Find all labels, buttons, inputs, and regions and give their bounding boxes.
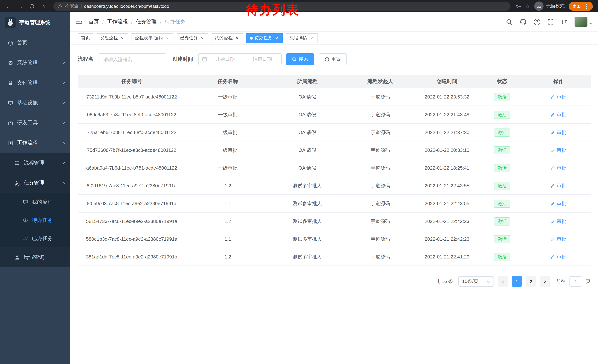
- tab[interactable]: 流程详情 ×: [286, 33, 317, 43]
- breadcrumb-item[interactable]: 工作流程: [107, 18, 128, 25]
- tab[interactable]: 发起流程 ×: [97, 33, 128, 43]
- cell-task-id: 580e1b3d-7ac8-11ec-a9e2-a2380e71991a: [78, 230, 185, 248]
- approve-link[interactable]: 审批: [551, 129, 566, 136]
- breadcrumb-separator: /: [102, 19, 104, 25]
- cell-process: 测试多审批人: [270, 212, 344, 230]
- date-range-picker[interactable]: 开始日期 - 结束日期: [198, 53, 282, 65]
- avatar[interactable]: [574, 17, 588, 27]
- process-name-input[interactable]: [99, 53, 166, 65]
- edit-pen-icon: [551, 130, 555, 135]
- browser-menu-icon[interactable]: ⋮: [584, 3, 589, 9]
- calendar-icon: [202, 57, 207, 62]
- cell-process: OA 请假: [270, 141, 344, 159]
- sidebar-item-system[interactable]: ⚙ 系统管理: [0, 53, 70, 73]
- approve-link[interactable]: 审批: [551, 147, 566, 154]
- prev-page-button[interactable]: <: [498, 276, 508, 287]
- sidebar: 芋道管理系统 首页 ⚙ 系统管理 ¥ 支付管理: [0, 12, 70, 364]
- table-body: 73211d9d-7b9b-11ec-b5b7-acde48001122 一级审…: [78, 88, 590, 266]
- bookmark-star-icon[interactable]: ☆: [525, 3, 530, 9]
- sidebar-item-todo-task[interactable]: 待办任务: [0, 211, 70, 229]
- cell-task-id: 8f059c03-7ac8-11ec-a9e2-a2380e71991a: [78, 195, 185, 212]
- approve-link[interactable]: 审批: [551, 200, 566, 207]
- refresh-icon: [29, 4, 34, 9]
- tab[interactable]: 待办任务 ×: [246, 33, 283, 43]
- tab[interactable]: 我的流程 ×: [212, 33, 243, 43]
- sidebar-item-process-mgmt[interactable]: 流程管理: [0, 153, 70, 173]
- security-label[interactable]: 不安全: [65, 3, 79, 9]
- column-header: 任务编号: [78, 75, 185, 88]
- sidebar-item-workflow[interactable]: 工作流程: [0, 133, 70, 153]
- cell-initiator: 芋道源码: [344, 159, 416, 177]
- approve-link[interactable]: 审批: [551, 165, 566, 171]
- tab-close-icon[interactable]: ×: [200, 35, 205, 40]
- user-menu[interactable]: [574, 17, 592, 27]
- goto-page-input[interactable]: [569, 276, 582, 287]
- browser-refresh-icon[interactable]: [27, 1, 37, 11]
- tab-close-icon[interactable]: ×: [120, 35, 125, 40]
- browser-forward-icon[interactable]: →: [15, 1, 25, 11]
- sidebar-item-infra[interactable]: 基础设施: [0, 93, 70, 113]
- address-bar[interactable]: 不安全 dashboard.yudao.iocoder.cn/bpm/task/…: [53, 2, 510, 11]
- sidebar-item-label: 待办任务: [32, 217, 65, 224]
- edit-pen-icon: [551, 237, 555, 241]
- help-icon[interactable]: ?: [534, 19, 540, 25]
- browser-home-icon[interactable]: ⌂: [38, 1, 48, 11]
- cell-created: 2022-01-21 22:42:23: [416, 212, 478, 230]
- table-row: 8f059c03-7ac8-11ec-a9e2-a2380e71991a 1.1…: [78, 195, 590, 212]
- sidebar-item-home[interactable]: 首页: [0, 33, 70, 53]
- app-logo[interactable]: 芋道管理系统: [0, 12, 70, 33]
- breadcrumb-item[interactable]: 任务管理: [136, 18, 157, 25]
- url-text[interactable]: dashboard.yudao.iocoder.cn/bpm/task/todo: [84, 4, 169, 9]
- tab-close-icon[interactable]: ×: [274, 35, 279, 40]
- tab[interactable]: 首页: [78, 33, 93, 43]
- approve-link[interactable]: 审批: [551, 182, 566, 189]
- approve-link[interactable]: 审批: [551, 253, 566, 260]
- browser-update-button[interactable]: 更新 ⋮: [569, 2, 593, 11]
- font-size-icon[interactable]: TT: [561, 19, 567, 25]
- page-button-1[interactable]: 1: [512, 276, 522, 287]
- approve-link[interactable]: 审批: [551, 94, 566, 100]
- tab[interactable]: 已办任务 ×: [177, 33, 208, 43]
- cell-task-name: 一级审批: [185, 141, 270, 159]
- sidebar-item-done-task[interactable]: 已办任务: [0, 229, 70, 247]
- start-date-placeholder[interactable]: 开始日期: [209, 56, 241, 63]
- tab-close-icon[interactable]: ×: [309, 35, 314, 40]
- github-icon[interactable]: [520, 18, 526, 25]
- page-button-2[interactable]: 2: [526, 276, 536, 287]
- browser-back-icon[interactable]: ←: [4, 1, 14, 11]
- search-icon[interactable]: [506, 19, 512, 25]
- incognito-indicator: 无痕模式: [534, 1, 565, 11]
- sidebar-item-label: 任务管理: [24, 180, 59, 186]
- edit-pen-icon: [551, 201, 555, 206]
- end-date-placeholder[interactable]: 结束日期: [247, 56, 278, 63]
- tab-close-icon[interactable]: ×: [165, 35, 170, 40]
- password-key-icon[interactable]: [515, 3, 521, 9]
- approve-link[interactable]: 审批: [551, 111, 566, 118]
- page-size-select[interactable]: 10条/页: [458, 276, 494, 287]
- sidebar-item-devtools[interactable]: 研发工具: [0, 113, 70, 133]
- tab-label: 发起流程: [100, 35, 118, 41]
- tab-close-icon[interactable]: ×: [234, 35, 240, 40]
- reset-button[interactable]: 重置: [319, 53, 347, 65]
- hamburger-icon[interactable]: [76, 19, 83, 25]
- address-divider: [81, 4, 82, 8]
- status-badge: 激活: [494, 217, 510, 225]
- toolbox-icon: [8, 120, 14, 126]
- breadcrumb-item[interactable]: 首页: [89, 18, 99, 25]
- cell-task-name: 一级审批: [185, 124, 270, 141]
- cell-task-name: 一级审批: [185, 159, 270, 177]
- sidebar-item-leave-query[interactable]: 请假查询: [0, 247, 70, 267]
- approve-link[interactable]: 审批: [551, 236, 566, 242]
- status-badge: 激活: [494, 93, 510, 101]
- cell-task-id: 73211d9d-7b9b-11ec-b5b7-acde48001122: [78, 88, 185, 105]
- fullscreen-icon[interactable]: [548, 19, 554, 25]
- sidebar-item-task-mgmt[interactable]: 任务管理: [0, 173, 70, 193]
- sidebar-item-payment[interactable]: ¥ 支付管理: [0, 73, 70, 93]
- approve-link[interactable]: 审批: [551, 218, 566, 225]
- tab[interactable]: 流程表单-编辑 ×: [132, 33, 173, 43]
- sidebar-item-my-process[interactable]: 我的流程: [0, 193, 70, 211]
- monitor-icon: [8, 100, 14, 106]
- tab-label: 待办任务: [255, 35, 272, 41]
- search-button[interactable]: 搜索: [286, 53, 314, 65]
- next-page-button[interactable]: >: [540, 276, 550, 287]
